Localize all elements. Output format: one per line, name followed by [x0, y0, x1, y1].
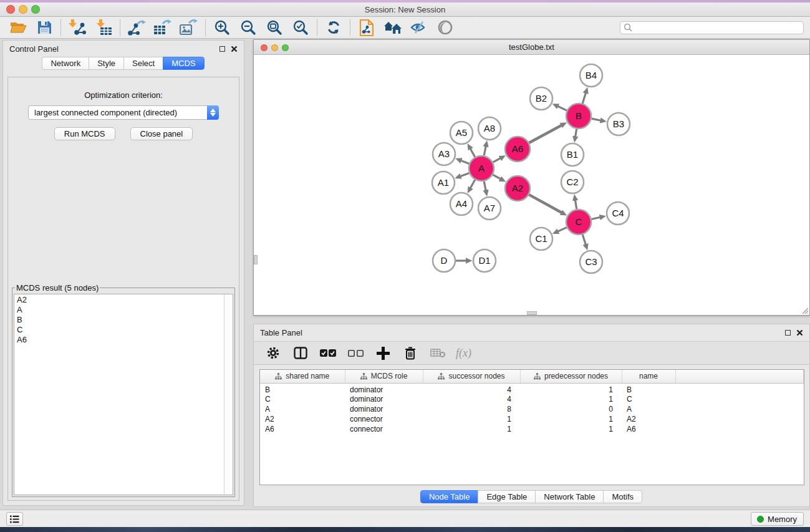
column-header-name[interactable]: name [622, 370, 675, 383]
float-table-panel-icon[interactable] [785, 330, 791, 336]
import-table-button[interactable] [90, 18, 117, 37]
graph-edge-C-C4[interactable] [591, 217, 600, 219]
graph-edge-A-A6[interactable] [493, 158, 501, 162]
graph-edge-C-C2[interactable] [575, 200, 576, 210]
mcds-result-item[interactable]: C [17, 325, 230, 335]
open-session-button[interactable] [5, 18, 31, 37]
search-field[interactable] [620, 21, 804, 34]
graph-edge-A-A4[interactable] [470, 180, 475, 188]
zoom-selected-button[interactable] [287, 18, 314, 37]
graph-edge-B-B2[interactable] [557, 106, 567, 110]
graph-edge-A2-C[interactable] [529, 195, 561, 213]
export-table-button[interactable] [150, 18, 176, 37]
graph-edge-A6-B[interactable] [529, 125, 561, 143]
new-network-from-selection-button[interactable] [354, 18, 380, 37]
table-row[interactable]: Bdominator41B [260, 383, 804, 394]
graph-node-A6[interactable]: A6 [505, 137, 530, 162]
network-minimize-button[interactable] [271, 44, 278, 51]
hide-selected-button[interactable] [406, 18, 432, 37]
table-row[interactable]: A6connector11A6 [260, 424, 804, 434]
graph-node-A1[interactable]: A1 [432, 172, 455, 194]
graph-node-B1[interactable]: B1 [561, 143, 584, 166]
list-scrollbar[interactable] [224, 294, 233, 495]
show-all-button[interactable] [432, 18, 458, 37]
graph-edge-A-A3[interactable] [461, 160, 469, 163]
tab-select[interactable]: Select [123, 57, 163, 70]
graph-node-A5[interactable]: A5 [450, 122, 473, 144]
graph-edge-C-C1[interactable] [557, 228, 566, 231]
zoom-in-button[interactable] [209, 18, 235, 37]
refresh-button[interactable] [321, 18, 347, 37]
graph-node-A7[interactable]: A7 [478, 197, 501, 220]
close-panel-icon[interactable] [231, 46, 238, 52]
graph-edge-B-B3[interactable] [592, 118, 601, 120]
table-row[interactable]: A2connector11A2 [260, 414, 804, 424]
network-close-button[interactable] [261, 44, 268, 51]
graph-node-B4[interactable]: B4 [580, 64, 602, 87]
delete-table-button[interactable] [427, 344, 448, 362]
float-panel-icon[interactable] [219, 46, 225, 52]
task-history-button[interactable] [6, 512, 23, 526]
resize-grip-icon[interactable] [801, 306, 809, 314]
function-builder-icon[interactable]: f(x) [456, 347, 471, 360]
column-visibility-button[interactable] [290, 344, 311, 362]
tab-edge-table[interactable]: Edge Table [478, 490, 536, 503]
optimization-criterion-dropdown[interactable]: largest connected component (directed) [28, 105, 219, 120]
graph-node-A[interactable]: A [469, 156, 494, 181]
save-session-button[interactable] [31, 18, 57, 37]
zoom-fit-button[interactable] [261, 18, 287, 37]
vertical-scroll-thumb[interactable] [254, 255, 258, 264]
tab-style[interactable]: Style [89, 57, 124, 70]
close-window-button[interactable] [6, 5, 15, 14]
delete-column-button[interactable] [400, 344, 421, 362]
column-header-predecessor-nodes[interactable]: predecessor nodes [520, 370, 622, 383]
horizontal-scroll-thumb[interactable] [527, 311, 537, 315]
memory-button[interactable]: Memory [751, 512, 804, 526]
network-canvas[interactable]: B4B2BB3A5A8A6B1A3AA1C2A2A4A7C4CC1DD1C3 [254, 56, 809, 315]
graph-edge-C-C3[interactable] [582, 235, 586, 244]
column-header-mcds-role[interactable]: MCDS role [345, 370, 423, 383]
network-zoom-button[interactable] [282, 44, 289, 51]
table-row[interactable]: Cdominator41C [260, 394, 804, 404]
graph-node-D[interactable]: D [433, 249, 455, 272]
minimize-window-button[interactable] [19, 5, 27, 14]
graph-node-B3[interactable]: B3 [607, 113, 630, 135]
mcds-result-item[interactable]: A [17, 305, 230, 315]
graph-node-A4[interactable]: A4 [450, 193, 473, 215]
graph-edge-A-A5[interactable] [470, 148, 475, 157]
graph-edge-A-A1[interactable] [460, 173, 469, 176]
graph-edge-A-A8[interactable] [484, 146, 486, 155]
select-all-button[interactable] [317, 344, 339, 362]
export-network-button[interactable] [123, 18, 150, 37]
graph-edge-B-B1[interactable] [576, 129, 577, 137]
graph-node-A2[interactable]: A2 [505, 176, 530, 201]
graph-node-A8[interactable]: A8 [478, 117, 501, 140]
graph-node-C2[interactable]: C2 [561, 171, 584, 193]
graph-node-C1[interactable]: C1 [530, 228, 552, 250]
table-row[interactable]: Adominator80A [260, 404, 804, 414]
graph-node-A3[interactable]: A3 [433, 143, 455, 165]
export-image-button[interactable] [176, 18, 202, 37]
first-neighbors-button[interactable] [380, 18, 406, 37]
tab-motifs[interactable]: Motifs [603, 490, 642, 503]
graph-node-B[interactable]: B [566, 104, 591, 128]
zoom-out-button[interactable] [235, 18, 261, 37]
tab-network[interactable]: Network [42, 57, 89, 70]
tab-network-table[interactable]: Network Table [535, 490, 604, 503]
tab-mcds[interactable]: MCDS [163, 57, 204, 70]
graph-node-D1[interactable]: D1 [473, 249, 496, 272]
zoom-window-button[interactable] [31, 5, 40, 14]
column-header-shared-name[interactable]: shared name [260, 370, 345, 383]
run-mcds-button[interactable]: Run MCDS [54, 127, 115, 140]
graph-edge-B-B4[interactable] [582, 93, 586, 104]
deselect-all-button[interactable] [345, 344, 366, 362]
import-network-button[interactable] [64, 18, 90, 37]
graph-node-C3[interactable]: C3 [580, 251, 602, 273]
mcds-result-item[interactable]: A2 [17, 295, 230, 305]
mcds-result-item[interactable]: B [17, 315, 230, 325]
graph-node-C4[interactable]: C4 [607, 202, 629, 225]
network-graph[interactable]: B4B2BB3A5A8A6B1A3AA1C2A2A4A7C4CC1DD1C3 [254, 56, 809, 316]
column-header-successor-nodes[interactable]: successor nodes [423, 370, 520, 383]
search-input[interactable] [632, 22, 803, 33]
mcds-result-list[interactable]: A2ABCA6 [14, 294, 233, 495]
